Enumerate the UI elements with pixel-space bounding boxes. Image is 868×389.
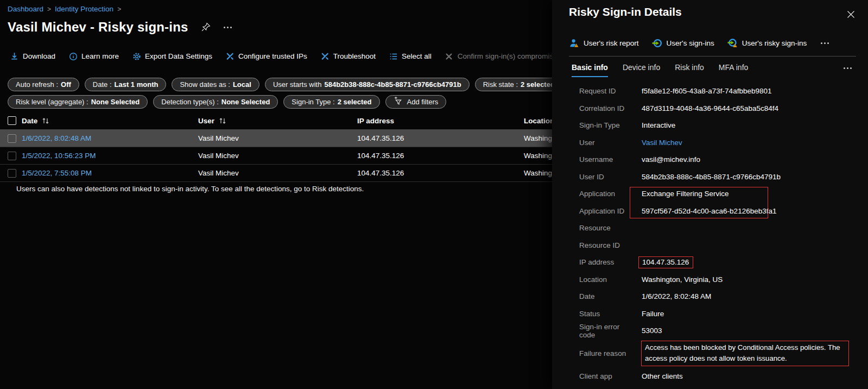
wrench-icon (320, 52, 330, 61)
field-correlation-id: Correlation ID 487d3119-4048-4a36-9644-c… (579, 100, 857, 117)
filter-risk-state[interactable]: Risk state :2 selected (475, 78, 563, 91)
row-ip: 104.47.35.126 (357, 134, 524, 142)
select-all-checkbox[interactable] (8, 116, 16, 125)
row-user: Vasil Michev (198, 152, 357, 160)
column-header-ip[interactable]: IP address (357, 117, 524, 125)
close-icon[interactable] (845, 9, 856, 20)
field-client-app: Client app Other clients (579, 368, 857, 385)
field-resource-id: Resource ID (579, 237, 857, 254)
row-user: Vasil Michev (198, 169, 357, 177)
row-ip: 104.47.35.126 (357, 169, 524, 177)
field-failure-reason: Failure reason Access has been blocked b… (579, 340, 857, 368)
field-username: Username vasil@michev.info (579, 151, 857, 168)
filter-bar-row2: Risk level (aggregate) :None Selected De… (8, 95, 446, 109)
export-data-settings-label: Export Data Settings (145, 52, 212, 60)
links-more-options-icon[interactable] (820, 40, 830, 46)
troubleshoot-button[interactable]: Troubleshoot (320, 52, 376, 61)
learn-more-label: Learn more (81, 52, 119, 60)
filter-signin-type[interactable]: Sign-in Type :2 selected (283, 95, 379, 109)
field-request-id: Request ID f5fa8e12-f605-43a8-a73f-74afb… (579, 83, 857, 100)
field-ip-address: IP address 104.47.35.126 (579, 254, 857, 271)
page-title-row: Vasil Michev - Risky sign-ins (8, 20, 233, 35)
breadcrumb-separator: > (117, 5, 121, 13)
row-checkbox[interactable] (8, 169, 16, 178)
field-signin-error-code: Sign-in error code 53003 (579, 322, 857, 340)
select-all-label: Select all (402, 52, 432, 60)
user-risk-report-icon (569, 38, 579, 48)
filter-detection-types[interactable]: Detection type(s) :None Selected (153, 95, 278, 109)
field-signin-type: Sign-in Type Interactive (579, 117, 857, 134)
filter-date[interactable]: Date :Last 1 month (85, 78, 167, 91)
column-header-date[interactable]: Date (22, 117, 198, 125)
risky-signin-details-panel: Risky Sign-in Details User's risk report… (552, 0, 868, 389)
breadcrumb-identity-protection[interactable]: Identity Protection (55, 5, 113, 13)
select-all-button[interactable]: Select all (389, 52, 432, 61)
users-risky-signins-link[interactable]: User's risky sign-ins (727, 38, 807, 48)
sort-icon (42, 117, 49, 124)
pin-icon[interactable] (201, 20, 211, 35)
info-icon (68, 52, 78, 61)
user-link[interactable]: Vasil Michev (633, 139, 682, 147)
gear-icon (132, 52, 141, 61)
field-location: Location Washington, Virginia, US (579, 271, 857, 288)
row-checkbox[interactable] (8, 134, 16, 143)
breadcrumb: Dashboard > Identity Protection > (8, 5, 121, 13)
learn-more-button[interactable]: Learn more (68, 52, 119, 61)
add-filters-button[interactable]: Add filters (385, 95, 447, 109)
field-application-id: Application ID 597cf567-d52d-4c00-aca6-b… (579, 203, 857, 220)
row-ip: 104.47.35.126 (357, 152, 524, 160)
x-icon (445, 52, 454, 61)
tab-basic-info[interactable]: Basic info (572, 63, 608, 77)
signin-date-link[interactable]: 1/5/2022, 10:56:23 PM (22, 152, 96, 160)
basic-info-fields: Request ID f5fa8e12-f605-43a8-a73f-74afb… (579, 83, 857, 385)
row-user: Vasil Michev (198, 134, 357, 142)
troubleshoot-label: Troubleshoot (333, 52, 376, 60)
select-all-icon (389, 52, 398, 61)
signin-date-link[interactable]: 1/6/2022, 8:02:48 AM (22, 134, 91, 142)
confirm-compromised-button: Confirm sign-in(s) compromised (445, 52, 561, 61)
filter-show-dates-as[interactable]: Show dates as :Local (172, 78, 259, 91)
download-button[interactable]: Download (10, 52, 55, 61)
sort-icon (219, 117, 226, 124)
panel-divider (569, 56, 856, 57)
users-signins-link[interactable]: User's sign-ins (652, 38, 714, 48)
filter-bar-row1: Auto refresh :Off Date :Last 1 month Sho… (8, 78, 563, 91)
detections-footnote: Users can also have detections not linke… (16, 185, 364, 193)
field-user: User Vasil Michev (579, 134, 857, 152)
configure-trusted-ips-label: Configure trusted IPs (238, 52, 307, 60)
tab-risk-info[interactable]: Risk info (675, 63, 704, 77)
field-application: Application Exchange Filtering Service (579, 185, 857, 203)
field-status: Status Failure (579, 305, 857, 323)
tab-device-info[interactable]: Device info (623, 63, 660, 77)
row-checkbox[interactable] (8, 152, 16, 160)
panel-tabs: Basic info Device info Risk info MFA inf… (572, 63, 748, 77)
panel-quick-links: User's risk report User's sign-ins User'… (569, 38, 830, 48)
title-more-options-icon[interactable] (223, 24, 233, 30)
panel-title: Risky Sign-in Details (569, 5, 682, 18)
users-risk-report-link[interactable]: User's risk report (569, 38, 639, 48)
tools-icon (225, 52, 235, 61)
user-signins-icon (652, 38, 662, 48)
filter-risk-level-aggregate[interactable]: Risk level (aggregate) :None Selected (8, 95, 148, 109)
column-header-user[interactable]: User (198, 117, 357, 125)
ip-annotation-box: 104.47.35.126 (638, 256, 693, 268)
field-date: Date 1/6/2022, 8:02:48 AM (579, 288, 857, 305)
breadcrumb-separator: > (47, 5, 51, 13)
signin-date-link[interactable]: 1/5/2022, 7:55:08 PM (22, 169, 92, 177)
tab-mfa-info[interactable]: MFA info (719, 63, 748, 77)
breadcrumb-dashboard[interactable]: Dashboard (8, 5, 43, 13)
add-filter-icon (394, 97, 403, 108)
failure-reason-annotation-box: Access has been blocked by Conditional A… (641, 341, 849, 367)
page-title: Vasil Michev - Risky sign-ins (8, 20, 188, 35)
filter-user-starts-with[interactable]: User starts with584b2b38-888c-4b85-8871-… (265, 78, 470, 91)
tabs-more-options-icon[interactable] (842, 65, 853, 71)
field-resource: Resource (579, 219, 857, 237)
confirm-compromised-label: Confirm sign-in(s) compromised (458, 52, 561, 60)
download-icon (10, 52, 19, 61)
field-user-id: User ID 584b2b38-888c-4b85-8871-c9766cb4… (579, 168, 857, 186)
export-data-settings-button[interactable]: Export Data Settings (132, 52, 212, 61)
user-risky-signins-icon (727, 38, 738, 48)
download-label: Download (23, 52, 55, 60)
filter-auto-refresh[interactable]: Auto refresh :Off (8, 78, 79, 91)
configure-trusted-ips-button[interactable]: Configure trusted IPs (225, 52, 307, 61)
